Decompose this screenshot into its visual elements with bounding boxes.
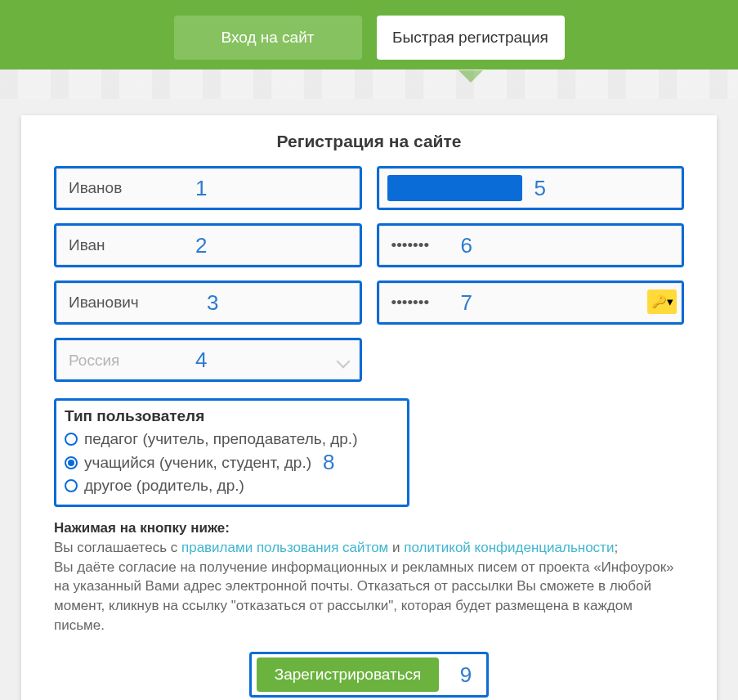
- country-select[interactable]: Россия: [56, 340, 360, 379]
- terms-line1-pre: Вы соглашаетесь с: [54, 540, 181, 555]
- patronymic-box: 3: [54, 280, 362, 325]
- password-confirm-box: 7 🔑▾: [377, 280, 685, 325]
- radio-student-label: учащийся (ученик, студент, др.): [84, 454, 311, 472]
- step-label-9: 9: [460, 662, 472, 687]
- radio-student[interactable]: [65, 456, 78, 469]
- step-label-8: 8: [323, 450, 334, 475]
- patronymic-input[interactable]: [56, 283, 360, 322]
- form-title: Регистрация на сайте: [21, 132, 717, 151]
- password-box: 6: [377, 223, 685, 267]
- left-column: 1 2 3 Россия 4: [54, 166, 362, 395]
- terms-line1-post: ;: [614, 540, 618, 555]
- terms-lead: Нажимая на кнопку ниже:: [54, 520, 230, 536]
- terms-block: Нажимая на кнопку ниже: Вы соглашаетесь …: [54, 518, 684, 635]
- submit-button[interactable]: Зарегистрироваться: [257, 657, 440, 692]
- surname-box: 1: [54, 166, 362, 210]
- decor-strip-top: [0, 70, 738, 99]
- submit-box: Зарегистрироваться 9: [249, 652, 490, 698]
- user-type-box: Тип пользователя педагог (учитель, препо…: [54, 398, 409, 507]
- radio-row-other[interactable]: другое (родитель, др.): [65, 477, 399, 495]
- link-rules[interactable]: правилами пользования сайтом: [181, 540, 388, 555]
- radio-other[interactable]: [65, 479, 78, 492]
- radio-row-student[interactable]: учащийся (ученик, студент, др.) 8: [65, 450, 399, 475]
- right-column: 5 6 7 🔑▾: [377, 166, 685, 395]
- tab-login[interactable]: Вход на сайт: [174, 16, 362, 60]
- user-type-title: Тип пользователя: [65, 407, 399, 425]
- terms-mid: и: [392, 540, 404, 555]
- link-privacy[interactable]: политикой конфиденциальности: [404, 540, 614, 555]
- tab-register[interactable]: Быстрая регистрация: [377, 16, 565, 60]
- registration-form: Регистрация на сайте 1 2 3 Россия 4: [21, 115, 717, 700]
- country-box: Россия 4: [54, 338, 362, 382]
- terms-line2: Вы даёте согласие на получение информаци…: [54, 559, 674, 633]
- header-tabs: Вход на сайт Быстрая регистрация: [0, 0, 738, 70]
- password-confirm-input[interactable]: [379, 283, 682, 322]
- radio-teacher-label: педагог (учитель, преподаватель, др.): [84, 430, 357, 448]
- name-box: 2: [54, 223, 362, 267]
- password-key-icon[interactable]: 🔑▾: [647, 289, 677, 314]
- password-input[interactable]: [379, 226, 682, 265]
- email-highlight: [387, 175, 522, 201]
- email-box: 5: [377, 166, 685, 210]
- surname-input[interactable]: [56, 168, 360, 208]
- radio-teacher[interactable]: [65, 433, 78, 446]
- radio-row-teacher[interactable]: педагог (учитель, преподаватель, др.): [65, 430, 399, 448]
- name-input[interactable]: [56, 226, 360, 265]
- radio-other-label: другое (родитель, др.): [84, 477, 244, 495]
- submit-zone: Зарегистрироваться 9: [21, 652, 717, 698]
